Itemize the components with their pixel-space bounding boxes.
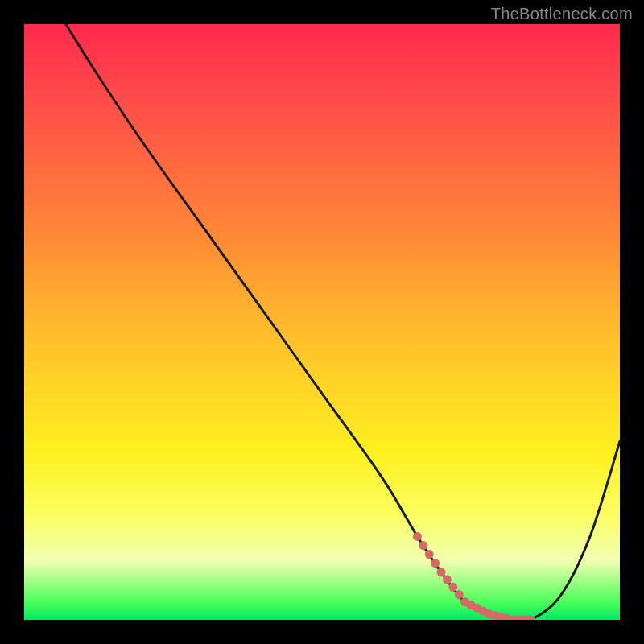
chart-frame: TheBottleneck.com — [0, 0, 644, 644]
flat-dot — [455, 590, 464, 599]
bottleneck-curve — [66, 24, 620, 620]
chart-svg — [24, 24, 620, 620]
plot-area — [24, 24, 620, 620]
flat-dot — [448, 583, 457, 592]
flat-dot — [443, 576, 452, 584]
flat-region-dots — [413, 532, 535, 620]
flat-dot — [437, 568, 446, 576]
flat-dot — [419, 541, 427, 550]
watermark-text: TheBottleneck.com — [491, 5, 633, 23]
flat-dot — [413, 532, 422, 541]
flat-dot — [431, 559, 440, 568]
flat-dot — [425, 550, 434, 559]
